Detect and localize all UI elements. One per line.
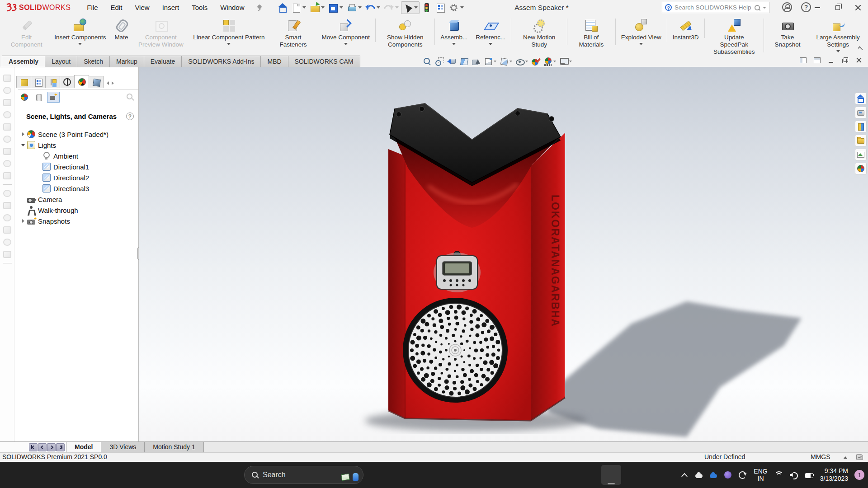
scroll-left-icon[interactable] — [107, 81, 109, 85]
menu-edit[interactable]: Edit — [105, 1, 128, 14]
tab-mbd[interactable]: MBD — [260, 56, 288, 67]
help-search-box[interactable]: Search SOLIDWORKS Help — [662, 2, 769, 13]
tab-assembly[interactable]: Assembly — [2, 56, 45, 67]
onedrive-personal-icon[interactable] — [708, 470, 718, 480]
tree-item-camera[interactable]: Camera — [14, 194, 138, 205]
battery-icon[interactable] — [805, 470, 814, 479]
tag-icon[interactable] — [856, 454, 863, 460]
tab-solidworks-addins[interactable]: SOLIDWORKS Add-Ins — [181, 56, 261, 67]
apply-scene-icon[interactable] — [543, 57, 556, 66]
propertymanager-tab[interactable] — [31, 76, 46, 88]
ribbon-button-new-motion-study[interactable]: New Motion Study — [513, 18, 566, 49]
speaker-grille[interactable] — [403, 298, 508, 403]
panel-help-icon[interactable] — [126, 113, 134, 120]
edge-icon[interactable] — [395, 465, 415, 485]
clock[interactable]: 9:34 PM 3/13/2023 — [820, 467, 848, 483]
account-icon[interactable] — [782, 2, 792, 12]
media-app-icon[interactable] — [524, 465, 544, 485]
options-list-icon[interactable] — [434, 2, 447, 14]
restore-button[interactable] — [827, 0, 848, 15]
last-tab-button[interactable] — [56, 443, 65, 451]
minimize-button[interactable] — [807, 0, 827, 15]
document-minimize-icon[interactable] — [828, 57, 835, 63]
file-explorer-pane-icon[interactable] — [855, 135, 867, 146]
docked-toolbar-icon[interactable] — [3, 87, 11, 94]
ribbon-button-assembly-features[interactable]: Assemb... — [436, 18, 472, 46]
ribbon-button-mate[interactable]: Mate — [110, 18, 132, 42]
hidden-panel-tab[interactable] — [89, 76, 104, 88]
ribbon-button-show-hidden-components[interactable]: Show Hidden Components — [377, 18, 433, 49]
ribbon-button-reference-geometry[interactable]: Referenc... — [472, 18, 509, 46]
tree-item-directional3[interactable]: Directional3 — [14, 183, 138, 194]
view-appearances-subtab[interactable] — [18, 92, 31, 103]
search-options-caret-icon[interactable] — [763, 7, 766, 9]
tree-filter-icon[interactable] — [127, 94, 134, 101]
notification-badge[interactable]: 1 — [854, 470, 864, 480]
docked-toolbar-icon[interactable] — [3, 214, 11, 221]
ribbon-button-take-snapshot[interactable]: Take Snapshot — [765, 18, 810, 49]
photos-app-icon[interactable] — [627, 465, 647, 485]
sync-icon[interactable] — [737, 470, 747, 480]
ribbon-button-linear-component-pattern[interactable]: Linear Component Pattern — [189, 18, 269, 46]
dropdown-caret-icon[interactable] — [489, 43, 492, 45]
tab-evaluate[interactable]: Evaluate — [144, 56, 182, 67]
docked-toolbar-icon[interactable] — [3, 123, 11, 131]
dropdown-caret-icon[interactable] — [78, 43, 82, 45]
docked-toolbar-icon[interactable] — [3, 226, 11, 234]
tree-item-snapshots[interactable]: Snapshots — [14, 216, 138, 226]
previous-tab-button[interactable] — [38, 443, 47, 451]
design-library-icon[interactable] — [855, 121, 867, 132]
menu-file[interactable]: File — [81, 1, 103, 14]
ribbon-button-insert-components[interactable]: Insert Components — [50, 18, 110, 46]
save-icon[interactable] — [327, 2, 344, 14]
edit-appearance-icon[interactable] — [531, 57, 540, 66]
dropdown-caret-icon[interactable] — [452, 43, 456, 45]
taskbar-search-box[interactable]: Search — [244, 466, 363, 484]
volume-icon[interactable] — [789, 470, 798, 479]
view-decals-subtab[interactable] — [33, 92, 45, 103]
close-button[interactable] — [848, 0, 868, 15]
motion-study-tab[interactable]: Motion Study 1 — [144, 442, 203, 452]
home-tab-icon[interactable] — [855, 93, 867, 104]
split-pane-vertical-icon[interactable] — [800, 57, 807, 63]
open-icon[interactable] — [308, 2, 326, 14]
mail-icon[interactable] — [447, 465, 467, 485]
dropdown-caret-icon[interactable] — [836, 50, 840, 52]
ribbon-button-move-component[interactable]: Move Component — [318, 18, 374, 46]
teams-icon[interactable] — [550, 465, 570, 485]
speaker-control-module[interactable] — [434, 251, 481, 292]
solidworks-app-icon[interactable] — [601, 465, 621, 485]
toolbar-separator[interactable] — [3, 184, 12, 185]
tab-layout[interactable]: Layout — [45, 56, 77, 67]
units-text[interactable]: MMGS — [811, 453, 830, 460]
featuremanager-tab[interactable] — [16, 76, 31, 88]
scroll-right-icon[interactable] — [112, 81, 114, 85]
excel-icon[interactable] — [576, 465, 595, 485]
tree-item-walkthrough[interactable]: Walk-through — [14, 205, 138, 216]
appearances-scenes-icon[interactable] — [855, 163, 867, 174]
menu-window[interactable]: Window — [215, 1, 250, 14]
chrome-icon[interactable] — [472, 465, 492, 485]
tree-item-lights[interactable]: Lights — [14, 140, 138, 150]
tree-item-scene[interactable]: Scene (3 Point Faded*) — [14, 129, 138, 140]
toolbar-separator[interactable] — [3, 263, 12, 263]
view-scene-lights-cameras-subtab[interactable] — [47, 92, 60, 103]
dimxpertmanager-tab[interactable] — [60, 76, 75, 88]
docked-toolbar-icon[interactable] — [3, 251, 11, 258]
new-document-icon[interactable] — [290, 2, 307, 14]
display-style-icon[interactable] — [500, 57, 512, 66]
next-tab-button[interactable] — [47, 443, 56, 451]
first-tab-button[interactable] — [29, 443, 38, 451]
annotation-views-icon[interactable] — [472, 57, 481, 66]
tree-item-ambient[interactable]: Ambient — [14, 150, 138, 161]
tab-sketch[interactable]: Sketch — [77, 56, 110, 67]
app-disc-icon[interactable] — [723, 470, 733, 480]
tree-item-directional2[interactable]: Directional2 — [14, 172, 138, 183]
file-explorer-icon[interactable] — [421, 465, 441, 485]
previous-view-icon[interactable] — [447, 57, 456, 66]
menu-view[interactable]: View — [129, 1, 155, 14]
view-palette-icon[interactable] — [855, 149, 867, 160]
redo-icon[interactable] — [382, 2, 400, 14]
undo-icon[interactable] — [364, 2, 382, 14]
menu-tools[interactable]: Tools — [186, 1, 213, 14]
